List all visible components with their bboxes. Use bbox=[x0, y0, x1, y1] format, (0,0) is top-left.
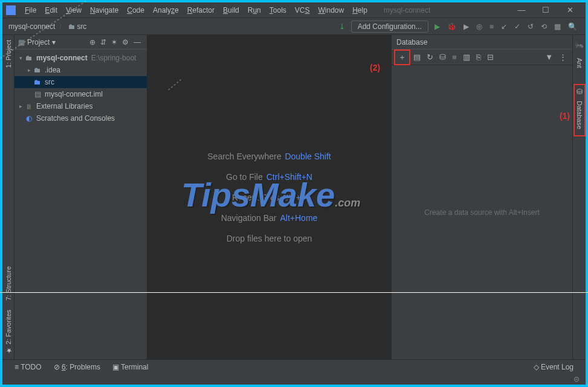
tree-iml[interactable]: ▤ mysql-connect.iml bbox=[15, 88, 147, 100]
update-icon[interactable]: ↺ bbox=[524, 21, 537, 32]
tree-idea[interactable]: ▸ 🖿 .idea bbox=[15, 64, 147, 76]
menu-view[interactable]: View bbox=[62, 5, 86, 16]
tree-scratch-label: Scratches and Consoles bbox=[34, 114, 115, 123]
stop-icon[interactable]: ■ bbox=[486, 21, 497, 32]
database-tool-window: Database ＋ ▤ ↻ ⛁ ■ ▥ ⎘ ⊟ ▼ ⋮ Create a da… bbox=[391, 35, 572, 359]
terminal-button[interactable]: ▣ Terminal bbox=[106, 363, 154, 371]
refresh-icon[interactable]: ↻ bbox=[424, 51, 436, 63]
console-icon[interactable]: ▥ bbox=[460, 51, 473, 63]
build-icon[interactable]: ⤓ bbox=[335, 21, 349, 32]
tree-idea-label: .idea bbox=[42, 66, 60, 74]
collapse-all-icon[interactable]: ⊟ bbox=[484, 51, 497, 63]
menu-help[interactable]: Help bbox=[348, 5, 372, 16]
project-tool-window: ▦ Project ▾ ⊕ ⇵ ✶ ⚙ — ▾ 🖿 mysql-connect … bbox=[15, 35, 147, 359]
menu-refactor[interactable]: Refactor bbox=[183, 5, 219, 16]
tree-root[interactable]: ▾ 🖿 mysql-connect E:\spring-boot bbox=[15, 52, 147, 64]
tree-extlib-label: External Libraries bbox=[34, 102, 92, 110]
chevron-right-icon: ▸ bbox=[17, 103, 24, 109]
debug-icon[interactable]: 🐞 bbox=[444, 21, 460, 32]
add-datasource-button[interactable]: ＋ bbox=[394, 50, 410, 65]
tree-iml-label: mysql-connect.iml bbox=[42, 90, 103, 98]
hide-icon[interactable]: — bbox=[131, 38, 143, 46]
tree-root-path: E:\spring-boot bbox=[88, 54, 137, 62]
tab-ant[interactable]: Ant bbox=[575, 54, 584, 72]
ide-window: File Edit View Navigate Code Analyze Ref… bbox=[2, 2, 586, 385]
menu-run[interactable]: Run bbox=[244, 5, 265, 16]
view-options-icon[interactable]: ⋮ bbox=[556, 51, 570, 63]
tree-src-label: src bbox=[42, 78, 54, 86]
git-branch-icon[interactable]: ↙ bbox=[497, 21, 511, 32]
hint-search-everywhere: Search EverywhereDouble Shift bbox=[207, 152, 331, 161]
tree-root-label: mysql-connect bbox=[34, 54, 88, 62]
chevron-right-icon: ▸ bbox=[25, 67, 33, 73]
commit-icon[interactable]: ✓ bbox=[511, 21, 524, 32]
module-icon: 🖿 bbox=[24, 54, 34, 62]
project-tree: ▾ 🖿 mysql-connect E:\spring-boot ▸ 🖿 .id… bbox=[15, 50, 147, 127]
titlebar: File Edit View Navigate Code Analyze Ref… bbox=[2, 2, 586, 18]
tree-src[interactable]: 🖿 src bbox=[15, 76, 147, 88]
select-opened-file-icon[interactable]: ⊕ bbox=[87, 38, 98, 46]
tab-favorites[interactable]: ★ 2: Favorites bbox=[3, 305, 13, 359]
collapse-icon[interactable]: ✶ bbox=[109, 38, 120, 46]
menu-tools[interactable]: Tools bbox=[265, 5, 291, 16]
tree-scratches[interactable]: ◐ Scratches and Consoles bbox=[15, 112, 147, 124]
event-log-button[interactable]: ◇ Event Log bbox=[528, 363, 580, 371]
show-history-icon[interactable]: ⟲ bbox=[537, 21, 551, 32]
ide-status-icon[interactable]: ⊝ bbox=[567, 374, 586, 385]
chevron-down-icon: ▾ bbox=[17, 55, 24, 61]
left-gutter: 1: Project 7: Structure ★ 2: Favorites bbox=[2, 35, 15, 359]
menu-vcs[interactable]: VCS bbox=[291, 5, 314, 16]
tab-structure[interactable]: 7: Structure bbox=[4, 261, 13, 305]
expand-all-icon[interactable]: ⇵ bbox=[98, 38, 109, 46]
database-icon: ⛁ bbox=[577, 88, 583, 96]
folder-icon: 🖿 bbox=[33, 66, 42, 74]
navigation-bar: mysql-connect 〉 🖿 src ⤓ Add Configuratio… bbox=[2, 18, 586, 35]
add-configuration-button[interactable]: Add Configuration... bbox=[351, 21, 428, 33]
project-panel-title[interactable]: Project ▾ bbox=[25, 38, 87, 46]
jump-to-query-icon[interactable]: ⎘ bbox=[473, 51, 484, 63]
app-logo-icon bbox=[6, 5, 16, 15]
close-button[interactable]: ✕ bbox=[558, 5, 582, 14]
structure-icon[interactable]: ▦ bbox=[551, 21, 564, 32]
database-empty-placeholder: Create a data source with Alt+Insert bbox=[392, 65, 572, 359]
hint-drop-files: Drop files here to open bbox=[227, 234, 312, 243]
tree-external-libraries[interactable]: ▸ ⫼ External Libraries bbox=[15, 100, 147, 112]
todo-button[interactable]: ≡ TODO bbox=[8, 363, 48, 371]
stop-icon[interactable]: ■ bbox=[449, 51, 460, 63]
run-icon[interactable]: ▶ bbox=[431, 21, 444, 32]
scratches-icon: ◐ bbox=[24, 114, 34, 123]
filter-icon[interactable]: ▼ bbox=[542, 51, 556, 63]
profiler-icon[interactable]: ◎ bbox=[473, 21, 486, 32]
menu-navigate[interactable]: Navigate bbox=[86, 5, 123, 16]
tab-project[interactable]: 1: Project bbox=[4, 35, 13, 72]
tab-database[interactable]: ⛁ Database bbox=[573, 84, 586, 136]
body-area: 1: Project 7: Structure ★ 2: Favorites ▦… bbox=[2, 35, 586, 359]
settings-icon[interactable]: ⚙ bbox=[120, 38, 131, 46]
breadcrumb-root[interactable]: mysql-connect bbox=[7, 22, 56, 31]
menu-window[interactable]: Window bbox=[314, 5, 348, 16]
menu-build[interactable]: Build bbox=[219, 5, 244, 16]
database-toolbar: ＋ ▤ ↻ ⛁ ■ ▥ ⎘ ⊟ ▼ ⋮ bbox=[392, 50, 572, 65]
coverage-icon[interactable]: ▶ bbox=[460, 21, 473, 32]
minimize-button[interactable]: — bbox=[509, 5, 534, 14]
bottom-bar: ⊝ bbox=[2, 374, 586, 385]
database-panel-title: Database bbox=[392, 35, 572, 50]
duplicate-icon[interactable]: ▤ bbox=[410, 51, 424, 63]
maximize-button[interactable]: ☐ bbox=[534, 5, 558, 14]
menu-file[interactable]: File bbox=[21, 5, 40, 16]
hint-goto-file: Go to FileCtrl+Shift+N bbox=[226, 172, 312, 182]
search-icon[interactable]: 🔍 bbox=[564, 21, 581, 32]
editor-area[interactable]: Search EverywhereDouble Shift Go to File… bbox=[147, 35, 391, 359]
file-icon: ▤ bbox=[33, 90, 42, 98]
problems-button[interactable]: ⊘ 6: Problems bbox=[48, 363, 106, 371]
datasource-properties-icon[interactable]: ⛁ bbox=[436, 51, 449, 63]
menu-code[interactable]: Code bbox=[123, 5, 149, 16]
status-bar: ≡ TODO ⊘ 6: Problems ▣ Terminal ◇ Event … bbox=[2, 359, 586, 374]
window-project-name: mysql-connect bbox=[372, 6, 442, 14]
ant-icon[interactable]: 🐜 bbox=[575, 41, 584, 50]
breadcrumb-folder[interactable]: src bbox=[76, 22, 88, 31]
menu-edit[interactable]: Edit bbox=[40, 5, 62, 16]
hint-navigation-bar: Navigation BarAlt+Home bbox=[221, 213, 318, 223]
hint-recent-files: Recent FilesCtrl+E bbox=[232, 193, 306, 202]
menu-analyze[interactable]: Analyze bbox=[149, 5, 183, 16]
